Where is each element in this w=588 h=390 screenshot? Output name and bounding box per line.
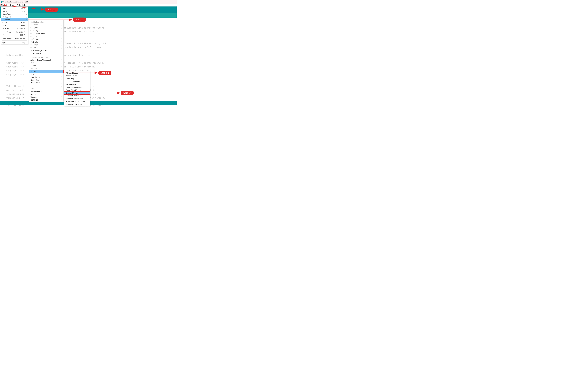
examples-item[interactable]: 07.Display❯ — [29, 41, 63, 43]
file-menu-item[interactable]: QuitCtrl+Q — [1, 41, 28, 44]
arduino-icon: ∞ — [1, 1, 2, 3]
examples-item[interactable]: Temboo❯ — [29, 96, 63, 98]
examples-item[interactable]: 04.Communication❯ — [29, 32, 63, 35]
examples-item[interactable]: Bridge❯ — [29, 61, 63, 64]
file-menu-item[interactable]: NewCtrl+N — [1, 7, 28, 10]
file-menu-item[interactable]: Page SetupCtrl+Shift+P — [1, 31, 28, 34]
file-menu-item[interactable]: Open Recent❯ — [1, 13, 28, 15]
examples-item[interactable]: Servo❯ — [29, 87, 63, 90]
firmata-item[interactable]: AllInputsFirmata — [64, 71, 90, 74]
file-menu-item[interactable]: Open...Ctrl+O — [1, 10, 28, 13]
firmata-menu: AllInputsFirmataAnalogFirmataEchoStringO… — [64, 71, 90, 106]
step-01-callout: Step 01 — [45, 7, 58, 12]
file-menu-item[interactable]: Sketchbook❯ — [1, 15, 28, 18]
examples-item[interactable]: Firmata❯ — [29, 70, 63, 73]
file-menu-item[interactable]: SaveCtrl+S — [1, 24, 28, 27]
examples-item[interactable]: SpacebrewYun❯ — [29, 90, 63, 93]
window-title: StandardFirmata | Arduino 1.8.13 — [3, 1, 28, 3]
file-menu-item[interactable]: CloseCtrl+W — [1, 21, 28, 24]
examples-item[interactable]: 10.StarterKit_BasicKit❯ — [29, 49, 63, 52]
examples-item[interactable]: Stepper❯ — [29, 93, 63, 96]
examples-item[interactable]: Adafruit Circuit Playground❯ — [29, 58, 63, 61]
examples-item[interactable]: LiquidCrystal❯ — [29, 76, 63, 79]
examples-item[interactable]: 01.Basics❯ — [29, 23, 63, 26]
examples-item[interactable]: Robot Motor❯ — [29, 81, 63, 84]
examples-item[interactable]: 03.Analog❯ — [29, 29, 63, 32]
examples-item[interactable]: Esplora❯ — [29, 64, 63, 67]
menu-help[interactable]: Help — [21, 4, 26, 6]
firmata-item[interactable]: StandardFirmataEthernet — [64, 100, 90, 103]
firmata-item[interactable]: StandardFirmataPlus — [64, 103, 90, 106]
menu-tools[interactable]: Tools — [16, 4, 21, 6]
firmata-item[interactable]: StandardFirmataChipKIT — [64, 97, 90, 100]
examples-menu: Built-in Examples01.Basics❯02.Digital❯03… — [29, 20, 64, 102]
firmata-item[interactable]: OldStandardFirmata — [64, 80, 90, 83]
file-menu-item[interactable]: Save As...Ctrl+Shift+S — [1, 27, 28, 30]
firmata-item[interactable]: AnalogFirmata — [64, 74, 90, 77]
step-04-callout: Step 04 — [121, 91, 134, 95]
menu-edit[interactable]: Edit — [5, 4, 9, 6]
examples-item[interactable]: 06.Sensors❯ — [29, 38, 63, 41]
examples-item[interactable]: GSM❯ — [29, 73, 63, 76]
step-02-callout: Step 02 — [73, 17, 86, 22]
firmata-item[interactable]: StandardFirmata — [64, 92, 90, 94]
examples-item[interactable]: 11.ArduinoISP❯ — [29, 52, 63, 55]
file-menu-item[interactable]: Examples❯ — [1, 18, 28, 21]
menu-sketch[interactable]: Sketch — [9, 4, 16, 6]
examples-header-builtin: Built-in Examples — [29, 20, 63, 23]
firmata-item[interactable]: ServoFirmata — [64, 83, 90, 86]
file-menu-item[interactable]: PrintCtrl+P — [1, 34, 28, 36]
examples-item[interactable]: 08.Strings❯ — [29, 43, 63, 46]
firmata-item[interactable]: SimpleAnalogFirmata — [64, 86, 90, 89]
menubar: File Edit Sketch Tools Help — [0, 4, 176, 6]
firmata-item[interactable]: SimpleDigitalFirmata — [64, 89, 90, 92]
menu-file[interactable]: File — [0, 4, 4, 6]
firmata-item[interactable]: StandardFirmataBLE — [64, 94, 90, 97]
examples-item[interactable]: Robot Control❯ — [29, 79, 63, 81]
file-menu-item[interactable]: PreferencesCtrl+Comma — [1, 37, 28, 40]
titlebar: ∞ StandardFirmata | Arduino 1.8.13 — [0, 0, 176, 4]
examples-item[interactable]: 09.USB❯ — [29, 46, 63, 49]
examples-item[interactable]: Ethernet❯ — [29, 67, 63, 70]
examples-item[interactable]: 02.Digital❯ — [29, 26, 63, 29]
examples-item[interactable]: RETIRED❯ — [29, 98, 63, 101]
file-menu: NewCtrl+NOpen...Ctrl+OOpen Recent❯Sketch… — [1, 6, 28, 44]
examples-item[interactable]: SD❯ — [29, 84, 63, 87]
firmata-item[interactable]: EchoString — [64, 77, 90, 80]
examples-header-board: Examples for any board — [29, 56, 63, 58]
examples-item[interactable]: 05.Control❯ — [29, 35, 63, 38]
step-03-callout: Step 03 — [98, 71, 112, 75]
